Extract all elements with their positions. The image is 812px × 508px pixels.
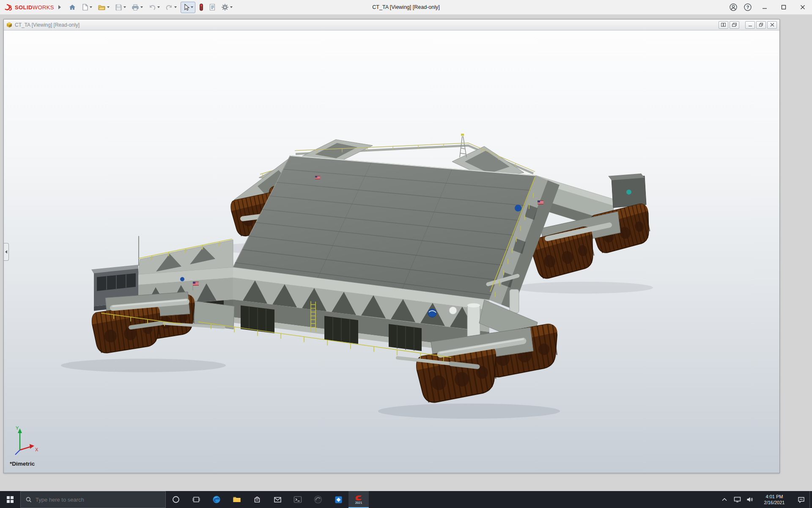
action-center-button[interactable] — [793, 491, 809, 508]
brand-name: SOLIDWORKS — [15, 4, 54, 11]
file-properties-button[interactable] — [207, 2, 217, 13]
view-orientation-label: *Dimetric — [10, 461, 35, 467]
featuremanager-collapsed-tab[interactable] — [4, 243, 9, 261]
dropdown-caret-icon — [123, 6, 126, 8]
solidworks-taskbar-button[interactable]: 2021 — [348, 491, 369, 508]
window-title: CT_TA [Viewing] [Read-only] — [372, 4, 439, 10]
dropdown-caret-icon — [174, 6, 177, 8]
menu-expand-arrow-icon[interactable] — [58, 5, 61, 9]
dropdown-caret-icon — [191, 6, 193, 8]
edge-button[interactable] — [206, 491, 227, 508]
new-file-icon — [82, 3, 88, 11]
dark-app-icon — [314, 495, 322, 504]
redo-icon — [165, 4, 173, 11]
photos-app-button[interactable] — [328, 491, 348, 508]
chevron-left-icon — [5, 250, 8, 254]
3ds-logo-icon — [4, 3, 13, 11]
tray-expand-button[interactable] — [718, 491, 731, 508]
terminal-icon — [294, 496, 302, 503]
help-button[interactable]: ? — [741, 0, 755, 14]
maximize-button[interactable] — [774, 0, 793, 14]
start-button[interactable] — [0, 491, 20, 508]
mail-button[interactable] — [267, 491, 288, 508]
photos-app-icon — [335, 496, 343, 504]
save-icon — [115, 4, 122, 11]
start-icon — [7, 496, 14, 503]
system-tray: 4:01 PM 2/16/2021 — [718, 491, 812, 508]
home-button[interactable] — [67, 2, 78, 13]
print-button[interactable] — [130, 2, 145, 13]
cascade-windows-icon — [732, 23, 737, 27]
redo-button[interactable] — [164, 2, 178, 13]
file-explorer-icon — [233, 496, 241, 503]
mdi-background: CT_TA [Viewing] [Read-only] — [0, 15, 812, 491]
graphics-viewport[interactable]: Y X *Dimetric — [4, 30, 779, 473]
dropdown-caret-icon — [140, 6, 143, 8]
print-icon — [132, 4, 139, 11]
rebuild-button[interactable] — [198, 2, 205, 13]
document-window: CT_TA [Viewing] [Read-only] — [3, 19, 780, 473]
cortana-button[interactable] — [166, 491, 186, 508]
part-document-icon — [6, 22, 12, 28]
taskbar-search[interactable] — [20, 491, 166, 508]
solidworks-year-badge: 2021 — [355, 501, 362, 505]
clock-time: 4:01 PM — [766, 494, 783, 500]
terminal-button[interactable] — [288, 491, 308, 508]
dropdown-caret-icon — [157, 6, 160, 8]
windows-taskbar: 2021 4:01 PM 2/16/2021 — [0, 491, 812, 508]
open-button[interactable] — [96, 2, 111, 13]
rebuild-icon — [199, 3, 203, 11]
select-tool-button[interactable] — [181, 2, 195, 13]
file-properties-icon — [209, 3, 216, 11]
options-button[interactable] — [219, 2, 234, 13]
minimize-icon — [762, 5, 767, 10]
account-button[interactable] — [726, 0, 741, 14]
dropdown-caret-icon — [230, 6, 233, 8]
open-icon — [98, 3, 106, 11]
new-file-button[interactable] — [80, 2, 94, 13]
display-icon — [734, 497, 741, 502]
tray-expand-icon — [722, 498, 727, 501]
edge-icon — [212, 495, 221, 504]
crawler-transporter-model[interactable]: Y X — [4, 30, 779, 473]
file-explorer-button[interactable] — [227, 491, 247, 508]
show-desktop-button[interactable] — [809, 491, 812, 508]
save-button[interactable] — [113, 2, 128, 13]
document-close-button[interactable] — [767, 21, 777, 29]
help-icon: ? — [743, 3, 752, 11]
app-titlebar: SOLIDWORKS — [0, 0, 812, 15]
undo-button[interactable] — [147, 2, 162, 13]
task-view-button[interactable] — [186, 491, 206, 508]
dropdown-caret-icon — [90, 6, 92, 8]
tile-windows-icon — [721, 23, 726, 27]
document-restore-button[interactable] — [756, 21, 766, 29]
cortana-icon — [172, 496, 180, 503]
search-input[interactable] — [36, 497, 160, 503]
store-button[interactable] — [247, 491, 267, 508]
triad-y-label: Y — [16, 425, 19, 431]
clock-date: 2/16/2021 — [764, 500, 785, 505]
home-icon — [69, 3, 76, 11]
dark-app-button[interactable] — [308, 491, 328, 508]
minimize-icon — [748, 23, 752, 27]
volume-icon — [746, 497, 754, 502]
document-minimize-button[interactable] — [745, 21, 755, 29]
orientation-triad[interactable]: Y X — [15, 425, 38, 455]
select-cursor-icon — [183, 3, 189, 11]
volume-tray-button[interactable] — [743, 491, 756, 508]
document-titlebar[interactable]: CT_TA [Viewing] [Read-only] — [4, 19, 779, 30]
options-gear-icon — [221, 3, 229, 11]
close-icon — [800, 5, 805, 10]
minimize-button[interactable] — [755, 0, 774, 14]
action-center-icon — [798, 497, 805, 503]
taskbar-clock[interactable]: 4:01 PM 2/16/2021 — [756, 491, 793, 508]
triad-x-label: X — [35, 447, 38, 452]
cascade-windows-button[interactable] — [730, 21, 739, 29]
display-tray-button[interactable] — [731, 491, 743, 508]
task-view-icon — [192, 496, 200, 503]
dropdown-caret-icon — [107, 6, 110, 8]
close-button[interactable] — [793, 0, 812, 14]
store-icon — [253, 496, 261, 503]
solidworks-icon — [354, 494, 363, 501]
tile-windows-button[interactable] — [719, 21, 728, 29]
